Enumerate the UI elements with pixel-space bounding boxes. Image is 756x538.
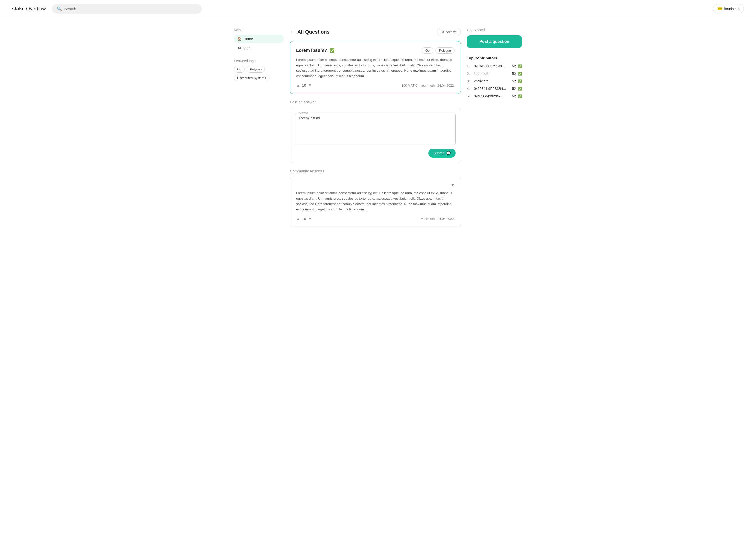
submit-icon: 💬 — [447, 151, 451, 155]
question-meta: 100 MATIC · kourin.eth · 24.04.2022. — [402, 84, 455, 87]
chevron-down-button[interactable]: ▼ — [451, 183, 455, 187]
question-tag-go[interactable]: Go — [422, 47, 433, 54]
contributor-rank-4: 4. — [467, 87, 472, 91]
question-vote-controls: ▲ 10 ▼ — [296, 83, 312, 88]
community-answers-section: Community Answers ▼ Lorem ipsum dolor si… — [290, 169, 461, 227]
question-date: 24.04.2022. — [437, 84, 455, 87]
contributor-rank-3: 3. — [467, 79, 472, 83]
search-icon: 🔍 — [57, 7, 62, 11]
sidebar-item-tags-label: Tags — [243, 46, 250, 50]
search-bar[interactable]: 🔍 — [52, 4, 202, 14]
tag-icon: 🏷 — [237, 46, 241, 50]
menu-label: Menu — [234, 28, 284, 32]
archive-label: Archive — [446, 30, 457, 34]
answer-form-card: Answer Lorem ipsum! Submit 💬 — [290, 108, 461, 163]
contributor-verified-1: ✅ — [518, 65, 522, 68]
form-footer: Submit 💬 — [295, 149, 456, 158]
content-header: ← All Questions 🗂 Archive — [290, 28, 461, 36]
get-started-label: Get Started — [467, 28, 522, 32]
contributor-row-4: 4. 0x25341f9FFB3B4... 52 ✅ — [467, 87, 522, 91]
tag-distributed-systems[interactable]: Distributed Systems — [234, 75, 270, 81]
contributor-rank-1: 1. — [467, 64, 472, 68]
page-title: All Questions — [297, 29, 330, 35]
answer-upvote-button[interactable]: ▲ — [296, 217, 300, 221]
contributor-row-3: 3. vitalik.eth 52 ✅ — [467, 79, 522, 83]
answer-card-header: ▼ — [296, 183, 455, 187]
question-top: Lorem Ipsum? ✅ Go Polygon — [296, 47, 455, 54]
sidebar: Menu 🏠 Home 🏷 Tags Featured tags Go Poly… — [234, 28, 284, 227]
question-body: Lorem ipsum dolor sit amet, consectetur … — [296, 57, 455, 79]
verified-icon: ✅ — [330, 48, 335, 53]
contributor-score-4: 52 — [512, 87, 516, 91]
contributor-score-1: 52 — [512, 64, 516, 68]
answer-downvote-button[interactable]: ▼ — [308, 217, 312, 221]
question-title: Lorem Ipsum? — [296, 48, 327, 53]
tag-go[interactable]: Go — [234, 66, 245, 73]
top-contributors-label: Top Contributors — [467, 56, 522, 60]
user-button[interactable]: 💳 kourin.eth — [713, 4, 744, 14]
answer-vote-controls: ▲ 10 ▼ — [296, 217, 312, 221]
contributor-score-2: 52 — [512, 72, 516, 76]
submit-button[interactable]: Submit 💬 — [428, 149, 456, 158]
contributor-verified-2: ✅ — [518, 72, 522, 76]
wallet-icon: 💳 — [718, 7, 723, 11]
archive-icon: 🗂 — [441, 30, 445, 34]
contributor-name-1: 0xEbD606375140... — [474, 64, 510, 68]
right-panel: Get Started Post a question Top Contribu… — [467, 28, 522, 227]
header: stake Overflow 🔍 💳 kourin.eth — [0, 0, 756, 18]
featured-tag-list: Go Polygon Distributed Systems — [234, 66, 284, 81]
sidebar-item-home[interactable]: 🏠 Home — [234, 35, 284, 43]
answer-vote-count: 10 — [302, 217, 306, 221]
contributor-row-1: 1. 0xEbD606375140... 52 ✅ — [467, 64, 522, 68]
contributor-rank-2: 2. — [467, 72, 472, 76]
logo: stake Overflow — [12, 6, 46, 12]
vote-count: 10 — [302, 83, 306, 87]
question-footer: ▲ 10 ▼ 100 MATIC · kourin.eth · 24.04.20… — [296, 83, 455, 88]
contributor-verified-5: ✅ — [518, 94, 522, 98]
upvote-button[interactable]: ▲ — [296, 83, 300, 88]
question-reward: 100 MATIC — [402, 84, 418, 87]
featured-tags-label: Featured tags — [234, 59, 284, 63]
question-card: Lorem Ipsum? ✅ Go Polygon Lorem ipsum do… — [290, 41, 461, 94]
tag-polygon[interactable]: Polygon — [247, 66, 265, 73]
answer-footer: ▲ 10 ▼ vitalik.eth · 24.04.2022. — [296, 217, 455, 221]
post-question-button[interactable]: Post a question — [467, 35, 522, 48]
back-button[interactable]: ← — [290, 29, 294, 35]
back-arrow-icon: ← — [290, 29, 294, 35]
question-tags: Go Polygon — [422, 47, 455, 54]
downvote-button[interactable]: ▼ — [308, 83, 312, 88]
contributor-verified-4: ✅ — [518, 87, 522, 91]
main-layout: Menu 🏠 Home 🏷 Tags Featured tags Go Poly… — [228, 18, 528, 237]
answer-card: ▼ Lorem ipsum dolor sit amet, consectetu… — [290, 177, 461, 227]
answer-body: Lorem ipsum dolor sit amet, consectetur … — [296, 190, 455, 212]
answer-meta: vitalik.eth · 24.04.2022. — [421, 217, 455, 221]
contributor-rank-5: 5. — [467, 94, 472, 98]
contributor-name-3: vitalik.eth — [474, 79, 510, 83]
contributor-name-5: 0xc056d49d2df5... — [474, 94, 510, 98]
archive-button[interactable]: 🗂 Archive — [437, 28, 461, 36]
post-answer-label: Post an answer — [290, 100, 461, 104]
sidebar-item-home-label: Home — [244, 37, 253, 41]
sidebar-divider — [234, 53, 284, 59]
logo-normal: Overflow — [25, 6, 46, 12]
answer-textarea[interactable]: Lorem ipsum! — [299, 116, 452, 141]
home-icon: 🏠 — [237, 37, 242, 41]
question-tag-polygon[interactable]: Polygon — [435, 47, 455, 54]
post-answer-section: Post an answer Answer Lorem ipsum! Submi… — [290, 100, 461, 163]
submit-label: Submit — [433, 151, 445, 155]
search-input[interactable] — [65, 7, 197, 11]
contributor-row-5: 5. 0xc056d49d2df5... 52 ✅ — [467, 94, 522, 98]
user-name: kourin.eth — [724, 7, 740, 11]
answer-author: vitalik.eth — [421, 217, 435, 221]
contributor-name-4: 0x25341f9FFB3B4... — [474, 87, 510, 91]
question-author: kourin.eth — [420, 84, 435, 87]
logo-bold: stake — [12, 6, 25, 12]
community-answers-label: Community Answers — [290, 169, 461, 173]
sidebar-item-tags[interactable]: 🏷 Tags — [234, 44, 284, 52]
contributor-row-2: 2. kourin.eth 52 ✅ — [467, 72, 522, 76]
contributor-score-3: 52 — [512, 79, 516, 83]
answer-textarea-label: Answer — [298, 111, 309, 114]
answer-date: 24.04.2022. — [437, 217, 455, 221]
main-content: ← All Questions 🗂 Archive Lorem Ipsum? ✅… — [290, 28, 461, 227]
answer-textarea-wrap: Answer Lorem ipsum! — [295, 113, 456, 145]
